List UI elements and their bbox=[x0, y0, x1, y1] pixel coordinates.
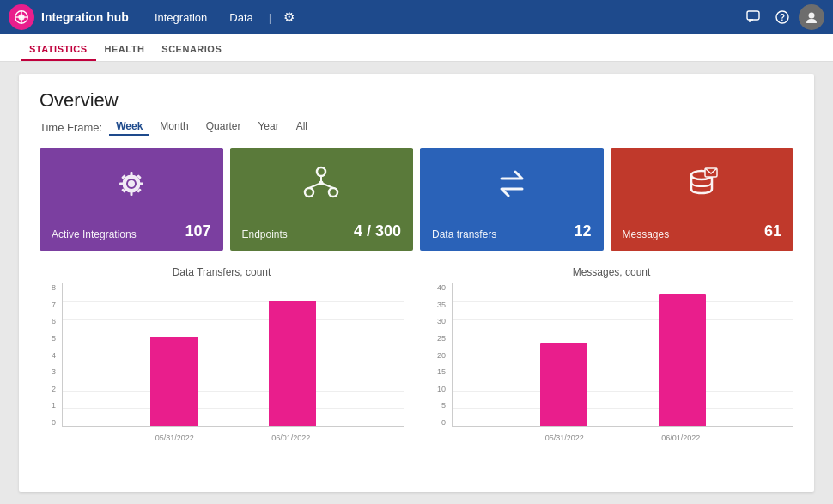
bar-transfers-2 bbox=[269, 301, 316, 426]
y-label: 5 bbox=[40, 334, 58, 343]
topbar: Integration hub Integration Data | ⚙ ? bbox=[0, 0, 833, 34]
stat-card-endpoints[interactable]: Endpoints 4 / 300 bbox=[230, 148, 414, 251]
stat-cards: Active Integrations 107 Endpoints 4 / bbox=[40, 148, 793, 251]
y-label: 25 bbox=[429, 334, 448, 343]
svg-point-9 bbox=[128, 180, 135, 187]
nav-divider: | bbox=[269, 11, 271, 24]
network-icon bbox=[242, 161, 402, 214]
timeframe-row: Time Frame: Week Month Quarter Year All bbox=[40, 118, 793, 136]
timeframe-month[interactable]: Month bbox=[153, 118, 195, 136]
bar-group-msgs-2 bbox=[659, 294, 706, 426]
app-logo-icon bbox=[9, 4, 34, 30]
bar-messages-1 bbox=[540, 343, 587, 426]
stat-card-endpoints-footer: Endpoints 4 / 300 bbox=[242, 222, 402, 240]
chart-plot-messages bbox=[452, 283, 793, 427]
bar-group-msgs-1 bbox=[540, 343, 587, 426]
stat-card-messages[interactable]: Messages 61 bbox=[611, 148, 794, 251]
database-icon bbox=[623, 161, 782, 214]
data-transfers-chart-title: Data Transfers, count bbox=[40, 266, 404, 278]
y-label: 8 bbox=[40, 283, 58, 292]
y-axis-messages: 0 5 10 15 20 25 30 35 40 bbox=[429, 283, 448, 427]
subnav: STATISTICS HEALTH SCENARIOS bbox=[0, 34, 833, 62]
timeframe-year[interactable]: Year bbox=[251, 118, 285, 136]
stat-card-integrations-value: 107 bbox=[185, 222, 210, 240]
svg-rect-13 bbox=[139, 183, 143, 185]
svg-text:?: ? bbox=[780, 13, 785, 22]
bar-messages-2 bbox=[659, 294, 706, 426]
y-label: 10 bbox=[429, 385, 448, 393]
timeframe-all[interactable]: All bbox=[289, 118, 314, 136]
stat-card-integrations-footer: Active Integrations 107 bbox=[52, 222, 211, 240]
settings-icon[interactable]: ⚙ bbox=[277, 4, 301, 30]
timeframe-label: Time Frame: bbox=[40, 121, 102, 134]
svg-point-7 bbox=[809, 13, 815, 19]
charts-row: Data Transfers, count 0 1 2 3 4 5 6 7 8 bbox=[40, 266, 793, 442]
main-content: Overview Time Frame: Week Month Quarter … bbox=[19, 74, 814, 492]
stat-card-datatransfers[interactable]: Data transfers 12 bbox=[420, 148, 604, 251]
stat-card-endpoints-label: Endpoints bbox=[242, 228, 288, 240]
stat-card-integrations[interactable]: Active Integrations 107 bbox=[40, 148, 223, 251]
svg-rect-11 bbox=[130, 191, 132, 196]
y-label: 15 bbox=[429, 367, 448, 376]
subnav-statistics[interactable]: STATISTICS bbox=[21, 37, 96, 61]
svg-point-24 bbox=[319, 181, 324, 185]
y-axis-transfers: 0 1 2 3 4 5 6 7 8 bbox=[40, 283, 58, 427]
timeframe-week[interactable]: Week bbox=[109, 118, 149, 136]
subnav-scenarios[interactable]: SCENARIOS bbox=[153, 37, 230, 61]
data-transfers-chart: Data Transfers, count 0 1 2 3 4 5 6 7 8 bbox=[40, 266, 404, 442]
x-label-transfers-1: 05/31/2022 bbox=[155, 434, 194, 442]
help-icon-btn[interactable]: ? bbox=[769, 4, 795, 30]
y-label: 4 bbox=[40, 351, 58, 360]
x-label-messages-2: 06/01/2022 bbox=[661, 434, 700, 442]
svg-point-19 bbox=[305, 188, 313, 197]
x-label-messages-1: 05/31/2022 bbox=[545, 434, 584, 442]
bar-transfers-1 bbox=[150, 337, 198, 426]
svg-point-20 bbox=[329, 188, 337, 197]
timeframe-quarter[interactable]: Quarter bbox=[199, 118, 248, 136]
y-label: 6 bbox=[40, 317, 58, 325]
bar-group-1 bbox=[150, 337, 198, 426]
y-label: 30 bbox=[429, 317, 448, 325]
user-avatar[interactable] bbox=[799, 4, 824, 30]
topbar-right: ? bbox=[740, 4, 824, 30]
top-nav: Integration Data | ⚙ bbox=[144, 4, 301, 30]
y-label: 1 bbox=[40, 401, 58, 410]
nav-integration[interactable]: Integration bbox=[144, 6, 217, 29]
bar-group-2 bbox=[269, 301, 316, 426]
app-title: Integration hub bbox=[41, 10, 129, 24]
chat-icon-btn[interactable] bbox=[740, 4, 766, 30]
stat-card-messages-value: 61 bbox=[764, 222, 781, 240]
stat-card-messages-label: Messages bbox=[623, 228, 670, 240]
x-label-transfers-2: 06/01/2022 bbox=[271, 434, 310, 442]
y-label: 0 bbox=[40, 418, 58, 427]
svg-point-18 bbox=[317, 167, 325, 176]
stat-card-messages-footer: Messages 61 bbox=[623, 222, 782, 240]
gear-icon bbox=[52, 161, 211, 214]
svg-rect-4 bbox=[747, 11, 759, 20]
x-labels-transfers: 05/31/2022 06/01/2022 bbox=[62, 434, 404, 442]
chart-plot-transfers bbox=[62, 283, 404, 427]
stat-card-datatransfers-label: Data transfers bbox=[432, 228, 496, 240]
stat-card-datatransfers-footer: Data transfers 12 bbox=[432, 222, 592, 240]
messages-chart: Messages, count 0 5 10 15 20 25 30 35 40 bbox=[429, 266, 793, 442]
y-label: 40 bbox=[429, 283, 448, 292]
x-labels-messages: 05/31/2022 06/01/2022 bbox=[452, 434, 793, 442]
transfer-icon bbox=[432, 161, 592, 214]
y-label: 3 bbox=[40, 367, 58, 376]
y-label: 7 bbox=[40, 301, 58, 309]
y-label: 0 bbox=[429, 418, 448, 427]
stat-card-integrations-label: Active Integrations bbox=[52, 228, 137, 240]
stat-card-datatransfers-value: 12 bbox=[574, 222, 591, 240]
messages-chart-title: Messages, count bbox=[429, 266, 793, 278]
page-title: Overview bbox=[40, 89, 793, 112]
y-label: 2 bbox=[40, 385, 58, 393]
y-label: 5 bbox=[429, 401, 448, 410]
subnav-health[interactable]: HEALTH bbox=[96, 37, 154, 61]
svg-rect-12 bbox=[119, 183, 124, 185]
y-label: 35 bbox=[429, 301, 448, 309]
stat-card-endpoints-value: 4 / 300 bbox=[354, 222, 401, 240]
y-label: 20 bbox=[429, 351, 448, 360]
svg-rect-10 bbox=[130, 172, 132, 176]
nav-data[interactable]: Data bbox=[219, 6, 263, 29]
